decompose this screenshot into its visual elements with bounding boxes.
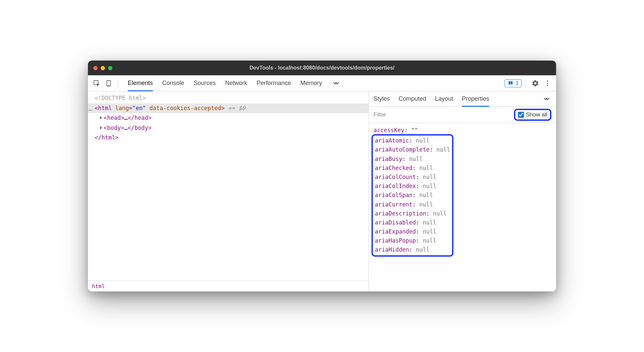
property-row[interactable]: ariaAutoComplete: null <box>375 145 450 154</box>
device-toolbar-icon[interactable] <box>103 78 114 89</box>
svg-point-7 <box>547 85 548 86</box>
property-row[interactable]: ariaHasPopup: null <box>375 236 450 245</box>
property-name: ariaHasPopup <box>375 237 416 244</box>
side-tab-computed[interactable]: Computed <box>399 91 426 106</box>
kebab-menu-icon[interactable] <box>542 78 553 89</box>
side-tabs: Styles Computed Layout Properties <box>369 91 556 107</box>
issues-count: 1 <box>516 80 519 86</box>
traffic-lights <box>93 66 112 70</box>
content-area: <!DOCTYPE html> <html lang="en" data-coo… <box>88 91 556 291</box>
side-tab-layout[interactable]: Layout <box>435 91 453 106</box>
dom-doctype[interactable]: <!DOCTYPE html> <box>88 93 368 103</box>
maximize-window-button[interactable] <box>108 66 112 70</box>
property-name: ariaHidden <box>375 246 409 253</box>
dom-html-element[interactable]: <html lang="en" data-cookies-accepted> =… <box>88 103 368 113</box>
inspect-element-icon[interactable] <box>91 78 102 89</box>
show-all-label: Show all <box>526 111 547 118</box>
property-name: accessKey <box>373 127 404 134</box>
property-name: ariaAutoComplete <box>375 146 430 153</box>
properties-filter-row: Show all <box>369 107 556 123</box>
dom-panel: <!DOCTYPE html> <html lang="en" data-coo… <box>88 91 369 291</box>
dom-head-element[interactable]: <head>…</head> <box>88 113 368 123</box>
property-row[interactable]: ariaDisabled: null <box>375 218 450 227</box>
tab-network[interactable]: Network <box>225 75 247 91</box>
property-row[interactable]: ariaColCount: null <box>375 173 450 182</box>
side-panel: Styles Computed Layout Properties Show a… <box>369 91 556 291</box>
property-value: null <box>423 219 436 226</box>
property-value: null <box>416 137 430 144</box>
show-all-checkbox[interactable] <box>518 112 524 118</box>
property-row[interactable]: accessKey: "" <box>373 126 551 135</box>
property-name: ariaExpanded <box>375 228 416 235</box>
property-row[interactable]: ariaBusy: null <box>375 155 450 164</box>
tab-sources[interactable]: Sources <box>194 75 216 91</box>
property-name: ariaAtomic <box>375 137 409 144</box>
tab-console[interactable]: Console <box>162 75 184 91</box>
devtools-window: DevTools - localhost:8080/docs/devtools/… <box>88 61 556 291</box>
side-tab-styles[interactable]: Styles <box>373 91 390 106</box>
property-row[interactable]: ariaColSpan: null <box>375 191 450 200</box>
property-value: null <box>433 210 447 217</box>
property-value: null <box>423 174 436 180</box>
expand-caret-icon[interactable] <box>100 116 102 119</box>
property-value: "" <box>411 127 418 134</box>
property-value: null <box>423 183 436 189</box>
breadcrumb[interactable]: html <box>88 281 368 291</box>
property-name: ariaChecked <box>375 165 413 171</box>
titlebar: DevTools - localhost:8080/docs/devtools/… <box>88 61 556 75</box>
property-value: null <box>419 165 433 171</box>
toolbar-divider-2 <box>526 79 526 87</box>
svg-point-5 <box>547 80 548 82</box>
properties-highlight-box: ariaAtomic: nullariaAutoComplete: nullar… <box>371 134 453 256</box>
property-name: ariaColIndex <box>375 183 416 189</box>
property-row[interactable]: ariaHidden: null <box>375 245 450 254</box>
tab-memory[interactable]: Memory <box>300 75 322 91</box>
property-row[interactable]: ariaColIndex: null <box>375 182 450 191</box>
property-name: ariaBusy <box>375 156 402 162</box>
issues-icon <box>508 80 514 86</box>
property-row[interactable]: ariaAtomic: null <box>375 136 450 145</box>
property-name: ariaCurrent <box>375 201 413 208</box>
property-row[interactable]: ariaCurrent: null <box>375 200 450 209</box>
main-tabs: Elements Console Sources Network Perform… <box>128 75 341 91</box>
property-name: ariaDescription <box>375 210 426 217</box>
issues-badge[interactable]: 1 <box>505 79 522 87</box>
property-name: ariaColSpan <box>375 192 413 198</box>
close-window-button[interactable] <box>93 66 98 70</box>
svg-point-6 <box>547 83 548 84</box>
property-value: null <box>423 237 436 244</box>
property-value: null <box>419 201 433 208</box>
property-value: null <box>416 246 430 253</box>
dom-body-element[interactable]: <body>…</body> <box>88 123 368 133</box>
properties-list[interactable]: accessKey: ""ariaAtomic: nullariaAutoCom… <box>369 123 556 291</box>
property-name: ariaDisabled <box>375 219 416 226</box>
toolbar-divider <box>118 79 118 87</box>
svg-rect-4 <box>510 83 511 84</box>
property-value: null <box>436 146 450 153</box>
expand-caret-icon[interactable] <box>100 126 102 129</box>
settings-gear-icon[interactable] <box>530 78 541 89</box>
property-value: null <box>419 192 433 198</box>
main-toolbar: Elements Console Sources Network Perform… <box>88 75 556 91</box>
property-name: ariaColCount <box>375 174 416 180</box>
show-all-toggle[interactable]: Show all <box>514 109 551 121</box>
property-row[interactable]: ariaChecked: null <box>375 164 450 173</box>
property-value: null <box>423 228 436 235</box>
property-value: null <box>409 156 423 162</box>
window-title: DevTools - localhost:8080/docs/devtools/… <box>88 65 556 71</box>
tab-performance[interactable]: Performance <box>256 75 291 91</box>
property-row[interactable]: ariaExpanded: null <box>375 227 450 236</box>
properties-filter-input[interactable] <box>373 111 511 118</box>
property-row[interactable]: ariaDescription: null <box>375 209 450 218</box>
minimize-window-button[interactable] <box>101 66 105 70</box>
dom-html-close[interactable]: </html> <box>88 133 368 143</box>
tab-elements[interactable]: Elements <box>128 75 153 91</box>
side-more-tabs-icon[interactable] <box>542 95 551 103</box>
dom-tree[interactable]: <!DOCTYPE html> <html lang="en" data-coo… <box>88 91 368 281</box>
side-tab-properties[interactable]: Properties <box>462 91 489 106</box>
more-tabs-icon[interactable] <box>331 80 341 87</box>
svg-rect-3 <box>510 82 511 83</box>
